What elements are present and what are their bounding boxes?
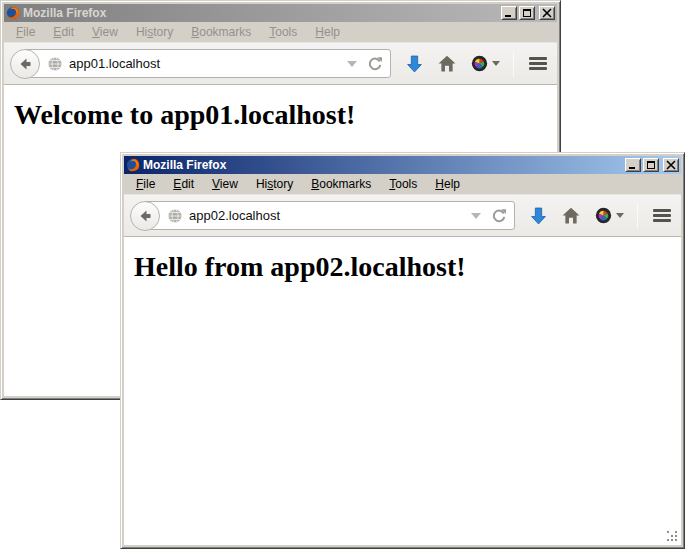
hamburger-menu-button[interactable]	[653, 209, 671, 223]
menu-item-help[interactable]: Help	[306, 22, 349, 42]
firefox-logo-icon	[6, 6, 20, 20]
download-arrow-icon	[406, 55, 423, 73]
menu-bar: File Edit View History Bookmarks Tools H…	[124, 174, 681, 195]
close-icon	[666, 160, 676, 170]
hamburger-icon	[529, 57, 547, 71]
menu-item-bookmarks[interactable]: Bookmarks	[182, 22, 260, 42]
home-icon	[562, 207, 580, 224]
resize-grip[interactable]	[667, 531, 680, 544]
colorwheel-icon	[595, 207, 612, 224]
download-button[interactable]	[406, 55, 423, 73]
minimize-button[interactable]	[501, 6, 517, 20]
toolbar-separator	[513, 51, 514, 77]
url-history-dropdown-icon[interactable]	[471, 213, 481, 219]
close-button[interactable]	[539, 6, 555, 20]
reload-icon	[367, 56, 383, 72]
page-content-app02: Hello from app02.localhost!	[124, 237, 681, 545]
menu-item-edit[interactable]: Edit	[44, 22, 83, 42]
menu-item-bookmarks[interactable]: Bookmarks	[302, 174, 380, 194]
home-button[interactable]	[438, 55, 456, 72]
site-identity-globe-icon[interactable]	[167, 208, 183, 224]
reload-button[interactable]	[367, 56, 383, 72]
page-heading: Welcome to app01.localhost!	[14, 99, 557, 131]
chevron-down-icon	[616, 213, 624, 218]
menu-item-help[interactable]: Help	[426, 174, 469, 194]
addon-colorwheel-button[interactable]	[595, 207, 624, 224]
titlebar[interactable]: Mozilla Firefox	[4, 4, 557, 22]
url-bar[interactable]: app02.localhost	[144, 201, 515, 230]
window-title: Mozilla Firefox	[23, 6, 498, 20]
download-button[interactable]	[530, 207, 547, 225]
titlebar[interactable]: Mozilla Firefox	[124, 156, 681, 174]
back-button[interactable]	[10, 49, 40, 79]
navigation-toolbar: app02.localhost	[124, 195, 681, 237]
url-bar[interactable]: app01.localhost	[24, 49, 391, 78]
close-icon	[542, 8, 552, 18]
menu-item-history[interactable]: History	[247, 174, 302, 194]
home-icon	[438, 55, 456, 72]
back-button[interactable]	[130, 201, 160, 231]
minimize-icon	[629, 167, 635, 169]
menu-item-view[interactable]: View	[83, 22, 127, 42]
download-arrow-icon	[530, 207, 547, 225]
menu-item-history[interactable]: History	[127, 22, 182, 42]
url-text[interactable]: app02.localhost	[189, 208, 471, 223]
window-controls	[625, 158, 679, 172]
menu-item-tools[interactable]: Tools	[380, 174, 426, 194]
menu-item-tools[interactable]: Tools	[260, 22, 306, 42]
menu-bar: File Edit View History Bookmarks Tools H…	[4, 22, 557, 43]
back-arrow-icon	[17, 56, 33, 72]
firefox-logo-icon	[126, 158, 140, 172]
hamburger-menu-button[interactable]	[529, 57, 547, 71]
reload-button[interactable]	[491, 208, 507, 224]
maximize-icon	[647, 161, 655, 169]
window-title: Mozilla Firefox	[143, 158, 622, 172]
maximize-icon	[523, 9, 531, 17]
close-button[interactable]	[663, 158, 679, 172]
addon-colorwheel-button[interactable]	[471, 55, 500, 72]
minimize-icon	[505, 15, 511, 17]
menu-item-file[interactable]: File	[7, 22, 44, 42]
url-text[interactable]: app01.localhost	[69, 56, 347, 71]
menu-item-file[interactable]: File	[127, 174, 164, 194]
maximize-button[interactable]	[519, 6, 535, 20]
navigation-toolbar: app01.localhost	[4, 43, 557, 85]
reload-icon	[491, 208, 507, 224]
maximize-button[interactable]	[643, 158, 659, 172]
chevron-down-icon	[492, 61, 500, 66]
minimize-button[interactable]	[625, 158, 641, 172]
url-history-dropdown-icon[interactable]	[347, 61, 357, 67]
firefox-window-app02: Mozilla Firefox File Edit View History B…	[120, 152, 685, 549]
menu-item-view[interactable]: View	[203, 174, 247, 194]
window-controls	[501, 6, 555, 20]
site-identity-globe-icon[interactable]	[47, 56, 63, 72]
toolbar-separator	[637, 203, 638, 229]
menu-item-edit[interactable]: Edit	[164, 174, 203, 194]
page-heading: Hello from app02.localhost!	[134, 251, 681, 283]
back-arrow-icon	[137, 208, 153, 224]
hamburger-icon	[653, 209, 671, 223]
colorwheel-icon	[471, 55, 488, 72]
home-button[interactable]	[562, 207, 580, 224]
